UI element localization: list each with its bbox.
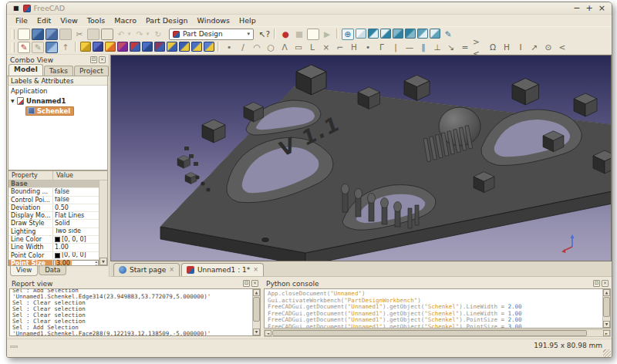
- sketch-line-button[interactable]: /: [237, 42, 249, 53]
- scroll-down-icon[interactable]: ▼: [99, 258, 107, 265]
- scroll-down-icon[interactable]: ▼: [253, 329, 260, 335]
- undo-button[interactable]: ↶: [115, 29, 127, 40]
- map-sketch-button[interactable]: [46, 42, 58, 53]
- open-file-button[interactable]: [32, 29, 44, 40]
- python-scrollbar-horizontal[interactable]: ◄ ►: [264, 329, 611, 337]
- view-right-button[interactable]: [393, 29, 403, 39]
- constraint-perpendicular-button[interactable]: ⊥: [431, 42, 443, 53]
- view-front-button[interactable]: [368, 29, 379, 39]
- view-top-button[interactable]: [380, 29, 391, 39]
- sep-b[interactable]: [336, 29, 339, 39]
- menu-macro[interactable]: Macro: [110, 15, 140, 25]
- menu-windows[interactable]: Windows: [194, 15, 234, 25]
- print-button[interactable]: [59, 29, 72, 40]
- scroll-down-icon[interactable]: ▼: [603, 321, 610, 328]
- expander-icon[interactable]: ▼: [11, 98, 17, 103]
- new-sketch-button[interactable]: ✎: [18, 42, 30, 53]
- refresh-button[interactable]: ↻: [152, 29, 164, 40]
- tab-view[interactable]: View: [10, 266, 38, 276]
- title-bar[interactable]: ■ FreeCAD − + ×: [7, 2, 612, 15]
- chamfer-button[interactable]: [142, 42, 153, 52]
- tab-close-icon[interactable]: ×: [169, 267, 174, 273]
- scroll-left-icon[interactable]: ◄: [265, 330, 271, 336]
- menu-help[interactable]: Help: [235, 15, 260, 25]
- property-point-size[interactable]: Point Size 3.00 ▴▾: [8, 260, 99, 266]
- constraint-radius-button[interactable]: ⊙: [542, 42, 555, 53]
- window-menu-icon[interactable]: ■: [13, 5, 19, 12]
- macro-stop-button[interactable]: ■: [293, 29, 305, 40]
- view-axonometric-button[interactable]: [356, 29, 366, 39]
- close-button[interactable]: ×: [598, 4, 605, 12]
- maximize-button[interactable]: +: [586, 4, 593, 12]
- property-line-color[interactable]: Line Color [0, 0, 0] ▴▾: [8, 236, 99, 244]
- spinbox-arrows[interactable]: ▴▾: [95, 260, 97, 266]
- sketch-polyline-button[interactable]: Λ: [278, 42, 291, 53]
- tab-model[interactable]: Model: [8, 64, 43, 76]
- fillet-button[interactable]: [130, 42, 140, 52]
- property-line-width[interactable]: Line Width 1.00 ▴▾: [8, 244, 99, 251]
- menu-file[interactable]: File: [12, 15, 32, 25]
- sep-d[interactable]: [217, 42, 220, 52]
- tab-close-icon[interactable]: ×: [253, 267, 258, 273]
- property-deviation[interactable]: Deviation 0.50 ▴▾: [8, 204, 99, 212]
- sep-a[interactable]: [274, 29, 276, 39]
- float-panel-icon[interactable]: ⊡: [243, 280, 250, 287]
- constraint-parallel-button[interactable]: ∥: [417, 42, 430, 53]
- cut-button[interactable]: ✂: [73, 29, 86, 40]
- float-panel-icon[interactable]: ⊡: [593, 280, 600, 287]
- tab-unnamed1[interactable]: Unnamed1 : 1* ×: [181, 263, 264, 276]
- macro-execute-button[interactable]: ▶: [321, 29, 333, 40]
- undo-dropdown[interactable]: ▾: [126, 29, 132, 40]
- tree-root-application[interactable]: Application: [8, 86, 107, 96]
- toolbar-handle[interactable]: [12, 29, 15, 39]
- paste-button[interactable]: [101, 29, 113, 40]
- property-bounding-box[interactable]: Bounding ... false ▴▾: [8, 188, 99, 196]
- menu-part-design[interactable]: Part Design: [142, 15, 192, 25]
- scroll-up-icon[interactable]: ▲: [603, 289, 610, 296]
- copy-button[interactable]: [87, 29, 99, 40]
- sketch-external-button[interactable]: ⌐: [334, 42, 346, 53]
- property-group-base[interactable]: Base ▴▾: [8, 180, 99, 188]
- constraint-angle-button[interactable]: <: [556, 42, 568, 53]
- multitransform-button[interactable]: [204, 42, 214, 52]
- property-display-mode[interactable]: Display Mo... Flat Lines ▴▾: [8, 212, 99, 220]
- constraint-lock-button[interactable]: Ω: [487, 42, 499, 53]
- macro-record-button[interactable]: ●: [279, 29, 292, 40]
- sketch-fillet-button[interactable]: L: [306, 42, 319, 53]
- constraint-tangent-button[interactable]: ↘: [445, 42, 457, 53]
- close-panel-icon[interactable]: ×: [99, 56, 106, 63]
- property-point-color[interactable]: Point Color [0, 0, 0] ▴▾: [8, 252, 99, 260]
- menu-tools[interactable]: Tools: [83, 15, 109, 25]
- save-button[interactable]: [46, 29, 58, 40]
- edit-sketch-button[interactable]: ✎: [32, 42, 44, 53]
- macro-edit-button[interactable]: [307, 29, 319, 40]
- scroll-up-icon[interactable]: ▲: [253, 289, 260, 296]
- constraint-vertical-button[interactable]: |: [389, 42, 402, 53]
- menu-edit[interactable]: Edit: [33, 15, 55, 25]
- constraint-point-on-object-button[interactable]: Γ: [376, 42, 388, 53]
- report-scrollbar[interactable]: ▲ ▼: [252, 289, 260, 335]
- sketch-circle-button[interactable]: ○: [265, 42, 277, 53]
- constraint-vdistance-button[interactable]: I: [514, 42, 527, 53]
- linear-pattern-button[interactable]: [179, 42, 190, 52]
- sketch-point-button[interactable]: •: [223, 42, 235, 53]
- property-lighting[interactable]: Lighting Two side ▴▾: [8, 228, 99, 236]
- close-panel-icon[interactable]: ×: [251, 280, 258, 287]
- tab-data[interactable]: Data: [39, 266, 66, 275]
- constraint-horizontal-button[interactable]: —: [403, 42, 416, 53]
- draft-button[interactable]: [154, 42, 165, 52]
- menu-view[interactable]: View: [56, 15, 82, 25]
- pad-button[interactable]: [80, 42, 91, 52]
- minimize-button[interactable]: −: [573, 4, 580, 12]
- constraint-symmetric-button[interactable]: ><: [473, 42, 485, 53]
- constraint-hdistance-button[interactable]: H: [501, 42, 513, 53]
- whats-this-button[interactable]: ↖?: [258, 29, 271, 40]
- groove-button[interactable]: [105, 42, 116, 52]
- constraint-length-button[interactable]: ↗: [528, 42, 541, 53]
- measure-edit-button[interactable]: ✎: [442, 29, 454, 40]
- view-rear-button[interactable]: [405, 29, 416, 39]
- tab-start-page[interactable]: Start page ×: [113, 263, 180, 276]
- revolution-button[interactable]: [93, 42, 103, 52]
- python-scrollbar-vertical[interactable]: ▲ ▼: [602, 289, 610, 328]
- view-left-button[interactable]: [430, 29, 440, 39]
